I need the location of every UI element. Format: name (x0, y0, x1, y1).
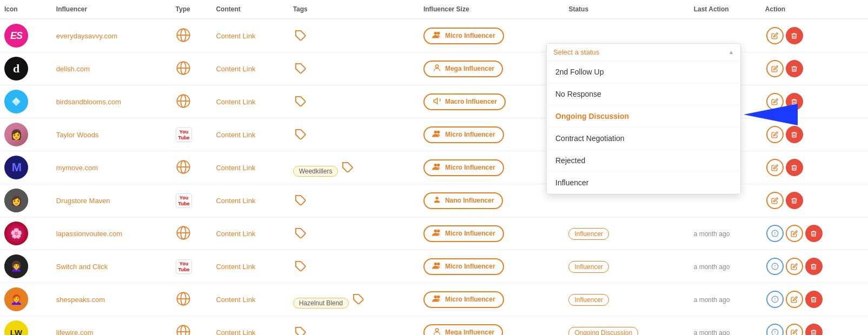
avatar: ES (4, 24, 28, 48)
influencer-link[interactable]: delish.com (56, 65, 90, 73)
delete-button[interactable] (805, 258, 823, 275)
edit-button[interactable] (786, 225, 803, 242)
status-badge[interactable]: Influencer (568, 261, 609, 273)
delete-button[interactable] (786, 126, 803, 143)
dropdown-item[interactable]: 2nd Follow Up (547, 61, 740, 83)
delete-button[interactable] (786, 27, 803, 44)
table-row: 👩‍🦰shespeaks.comContent LinkHazelnut Ble… (0, 283, 868, 316)
influencer-link[interactable]: mymove.com (56, 164, 98, 172)
influencer-size-button[interactable]: Micro Influencer (423, 126, 504, 143)
size-label: Micro Influencer (445, 296, 495, 303)
cell-type (171, 52, 212, 85)
info-button[interactable] (766, 258, 784, 275)
influencer-link[interactable]: birdsandblooms.com (56, 98, 121, 106)
size-label: Micro Influencer (445, 32, 495, 39)
edit-button[interactable] (766, 60, 784, 77)
dropdown-title: Select a status (553, 48, 599, 56)
content-link[interactable]: Content Link (216, 164, 255, 172)
info-button[interactable] (766, 225, 784, 242)
edit-button[interactable] (786, 291, 803, 308)
status-badge[interactable]: Influencer (568, 228, 609, 240)
delete-button[interactable] (805, 225, 823, 242)
cell-status: Ongoing Discussion (564, 316, 689, 336)
cell-status: Influencer (564, 283, 689, 316)
tag-icon[interactable] (293, 193, 308, 208)
tag-icon[interactable] (293, 61, 308, 76)
size-label: Micro Influencer (445, 164, 495, 171)
influencer-size-button[interactable]: Micro Influencer (423, 28, 504, 44)
edit-button[interactable] (766, 159, 784, 176)
edit-button[interactable] (766, 192, 784, 209)
size-label: Micro Influencer (445, 263, 495, 270)
dropdown-item[interactable]: No Response (547, 83, 740, 105)
delete-button[interactable] (786, 192, 803, 209)
edit-button[interactable] (786, 258, 803, 275)
content-link[interactable]: Content Link (216, 296, 255, 304)
content-link[interactable]: Content Link (216, 65, 255, 73)
cell-icon: M (0, 151, 52, 184)
svg-point-10 (435, 65, 438, 68)
svg-point-16 (434, 130, 437, 133)
influencer-link[interactable]: lapassionvoutee.com (56, 230, 122, 238)
influencer-link[interactable]: shespeaks.com (56, 296, 105, 304)
dropdown-item[interactable]: Ongoing Discussion (547, 105, 740, 128)
cell-action (761, 19, 868, 52)
content-link[interactable]: Content Link (216, 329, 255, 336)
last-action-text: a month ago (694, 329, 730, 336)
content-link[interactable]: Content Link (216, 131, 255, 139)
delete-button[interactable] (805, 324, 823, 335)
cell-tags (289, 52, 419, 85)
influencer-link[interactable]: Switch and Click (56, 263, 108, 271)
content-link[interactable]: Content Link (216, 32, 255, 40)
tag-icon[interactable] (351, 292, 366, 307)
info-button[interactable] (766, 291, 784, 308)
dropdown-item[interactable]: Influencer (547, 172, 740, 194)
influencer-size-button[interactable]: Nano Influencer (423, 192, 503, 209)
influencer-link[interactable]: Drugstore Maven (56, 197, 110, 205)
edit-button[interactable] (766, 126, 784, 143)
content-link[interactable]: Content Link (216, 98, 255, 106)
content-link[interactable]: Content Link (216, 263, 255, 271)
dropdown-item[interactable]: Rejected (547, 150, 740, 172)
last-action-text: a month ago (694, 230, 730, 238)
tag-icon[interactable] (340, 160, 355, 175)
dropdown-scroll-up-icon[interactable]: ▲ (728, 49, 734, 55)
svg-marker-58 (744, 104, 798, 125)
edit-button[interactable] (786, 324, 803, 335)
cell-influencer: delish.com (52, 52, 171, 85)
cell-type: YouTube (171, 118, 212, 151)
influencer-size-button[interactable]: Micro Influencer (423, 225, 504, 242)
influencer-link[interactable]: everydaysavvy.com (56, 32, 117, 40)
tag-icon[interactable] (293, 127, 308, 142)
influencer-link[interactable]: lifewire.com (56, 329, 94, 336)
cell-icon: ES (0, 19, 52, 52)
tag-icon[interactable] (293, 28, 308, 43)
dropdown-item[interactable]: Contract Negotiation (547, 128, 740, 150)
content-link[interactable]: Content Link (216, 197, 255, 205)
tag-icon[interactable] (293, 259, 308, 274)
influencer-size-button[interactable]: Mega Influencer (423, 324, 503, 336)
cell-influencer-size: Micro Influencer (419, 217, 564, 250)
content-link[interactable]: Content Link (216, 230, 255, 238)
influencer-size-button[interactable]: Mega Influencer (423, 61, 503, 77)
influencer-size-button[interactable]: Micro Influencer (423, 258, 504, 275)
tag-icon[interactable] (293, 94, 308, 109)
cell-last-action: a month ago (690, 283, 761, 316)
influencer-size-button[interactable]: Macro Influencer (423, 93, 506, 110)
influencer-size-button[interactable]: Micro Influencer (423, 159, 504, 176)
influencer-size-button[interactable]: Micro Influencer (423, 291, 504, 308)
status-badge[interactable]: Influencer (568, 294, 609, 306)
edit-button[interactable] (766, 27, 784, 44)
status-badge[interactable]: Ongoing Discussion (568, 327, 638, 336)
tag-icon[interactable] (293, 325, 308, 335)
tag-icon[interactable] (293, 226, 308, 241)
delete-button[interactable] (805, 291, 823, 308)
delete-button[interactable] (786, 60, 803, 77)
svg-point-22 (434, 163, 437, 166)
dropdown-scroll-area[interactable]: 2nd Follow UpNo ResponseOngoing Discussi… (547, 61, 740, 194)
info-button[interactable] (766, 324, 784, 335)
influencer-link[interactable]: Taylor Woods (56, 131, 99, 139)
cell-influencer-size: Micro Influencer (419, 19, 564, 52)
status-dropdown[interactable]: Select a status ▲ 2nd Follow UpNo Respon… (546, 43, 741, 195)
delete-button[interactable] (786, 159, 803, 176)
